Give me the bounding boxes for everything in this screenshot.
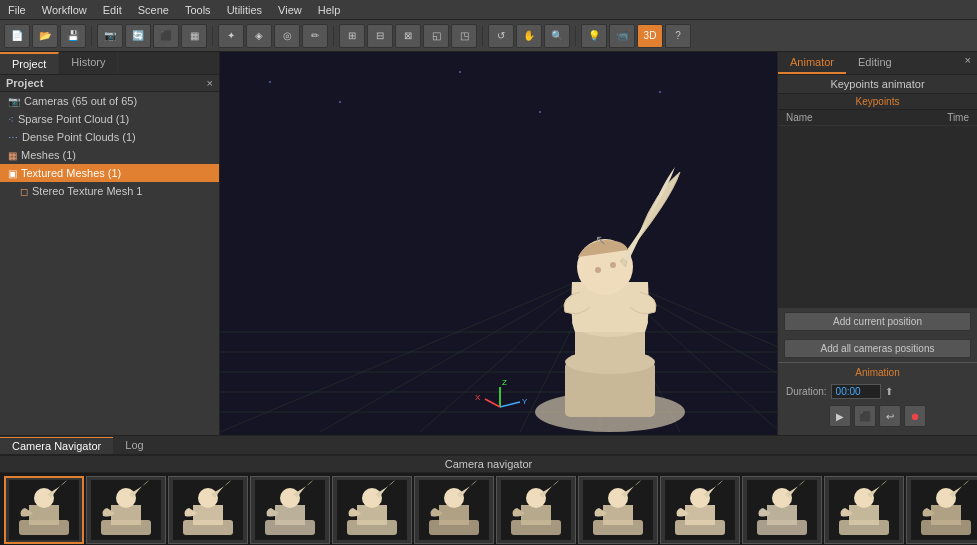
toolbar-sep1 bbox=[91, 26, 92, 46]
meshes-label: Meshes (1) bbox=[21, 149, 76, 161]
toolbar-view5[interactable]: ◳ bbox=[451, 24, 477, 48]
toolbar-zoom[interactable]: 🔍 bbox=[544, 24, 570, 48]
toolbar-target[interactable]: ◎ bbox=[274, 24, 300, 48]
tree-item-stereo[interactable]: ◻ Stereo Texture Mesh 1 bbox=[0, 182, 219, 200]
dense-label: Dense Point Clouds (1) bbox=[22, 131, 136, 143]
prev-button[interactable]: ↩ bbox=[879, 405, 901, 427]
toolbar-view4[interactable]: ◱ bbox=[423, 24, 449, 48]
rtab-animator[interactable]: Animator bbox=[778, 52, 846, 74]
panel-tabs: Project History bbox=[0, 52, 219, 75]
tree-item-dense[interactable]: ⋯ Dense Point Clouds (1) bbox=[0, 128, 219, 146]
duration-label: Duration: bbox=[786, 386, 827, 397]
tree-item-sparse[interactable]: ⁖ Sparse Point Cloud (1) bbox=[0, 110, 219, 128]
add-all-cameras-btn[interactable]: Add all cameras positions bbox=[784, 339, 971, 358]
tab-project[interactable]: Project bbox=[0, 52, 59, 74]
cam-nav-title: Camera navigator bbox=[0, 456, 977, 473]
menu-utilities[interactable]: Utilities bbox=[219, 4, 270, 16]
toolbar-save[interactable]: 💾 bbox=[60, 24, 86, 48]
cam-thumb-6[interactable] bbox=[496, 476, 576, 544]
tree-item-meshes[interactable]: ▦ Meshes (1) bbox=[0, 146, 219, 164]
btab-camera-navigator[interactable]: Camera Navigator bbox=[0, 437, 113, 454]
toolbar-align[interactable]: 🔄 bbox=[125, 24, 151, 48]
duration-input[interactable] bbox=[831, 384, 881, 399]
toolbar-view3[interactable]: ⊠ bbox=[395, 24, 421, 48]
toolbar-mesh[interactable]: ▦ bbox=[181, 24, 207, 48]
cam-thumb-11[interactable] bbox=[906, 476, 977, 544]
stop-button[interactable]: ⬛ bbox=[854, 405, 876, 427]
toolbar-sep3 bbox=[333, 26, 334, 46]
cam-thumb-9[interactable] bbox=[742, 476, 822, 544]
toolbar-photo[interactable]: 📷 bbox=[97, 24, 123, 48]
cam-thumb-3[interactable] bbox=[250, 476, 330, 544]
tree-item-textured[interactable]: ▣ Textured Meshes (1) bbox=[0, 164, 219, 182]
tab-history[interactable]: History bbox=[59, 52, 118, 74]
cam-thumb-8[interactable] bbox=[660, 476, 740, 544]
toolbar-3d[interactable]: 3D bbox=[637, 24, 663, 48]
cam-thumb-7[interactable] bbox=[578, 476, 658, 544]
camera-icon: 📷 bbox=[8, 96, 20, 107]
toolbar-view1[interactable]: ⊞ bbox=[339, 24, 365, 48]
tree-item-cameras[interactable]: 📷 Cameras (65 out of 65) bbox=[0, 92, 219, 110]
panel-close-btn[interactable]: × bbox=[207, 77, 213, 89]
svg-point-16 bbox=[269, 81, 271, 83]
menu-file[interactable]: File bbox=[0, 4, 34, 16]
toolbar-wand[interactable]: ✦ bbox=[218, 24, 244, 48]
toolbar-dense[interactable]: ⬛ bbox=[153, 24, 179, 48]
toolbar-open[interactable]: 📂 bbox=[32, 24, 58, 48]
keypoints-label: Keypoints bbox=[786, 96, 969, 107]
cam-thumb-2[interactable] bbox=[168, 476, 248, 544]
cam-nav-strip bbox=[0, 473, 977, 545]
toolbar-new[interactable]: 📄 bbox=[4, 24, 30, 48]
left-panel: Project History Project × 📷 Cameras (65 … bbox=[0, 52, 220, 435]
toolbar: 📄 📂 💾 📷 🔄 ⬛ ▦ ✦ ◈ ◎ ✏ ⊞ ⊟ ⊠ ◱ ◳ ↺ ✋ 🔍 💡 … bbox=[0, 20, 977, 52]
sparse-icon: ⁖ bbox=[8, 114, 14, 125]
angel-sculpture bbox=[510, 102, 710, 432]
menu-scene[interactable]: Scene bbox=[130, 4, 177, 16]
cam-thumb-1[interactable] bbox=[86, 476, 166, 544]
btab-log[interactable]: Log bbox=[113, 437, 155, 453]
right-panel: Animator Editing × Keypoints animator Ke… bbox=[777, 52, 977, 435]
svg-point-22 bbox=[659, 91, 661, 93]
toolbar-sep4 bbox=[482, 26, 483, 46]
cam-thumb-5[interactable] bbox=[414, 476, 494, 544]
toolbar-info[interactable]: ? bbox=[665, 24, 691, 48]
bottom-tabs: Camera Navigator Log bbox=[0, 435, 977, 455]
toolbar-light[interactable]: 💡 bbox=[581, 24, 607, 48]
mesh-icon: ▦ bbox=[8, 150, 17, 161]
rtab-editing[interactable]: Editing bbox=[846, 52, 904, 74]
duration-step-icon[interactable]: ⬆ bbox=[885, 386, 893, 397]
right-panel-close[interactable]: × bbox=[959, 52, 977, 74]
viewport[interactable]: Y Z X bbox=[220, 52, 777, 435]
toolbar-marker[interactable]: ◈ bbox=[246, 24, 272, 48]
menu-workflow[interactable]: Workflow bbox=[34, 4, 95, 16]
menu-edit[interactable]: Edit bbox=[95, 4, 130, 16]
menubar: File Workflow Edit Scene Tools Utilities… bbox=[0, 0, 977, 20]
toolbar-view2[interactable]: ⊟ bbox=[367, 24, 393, 48]
menu-view[interactable]: View bbox=[270, 4, 310, 16]
toolbar-pencil[interactable]: ✏ bbox=[302, 24, 328, 48]
toolbar-sep5 bbox=[575, 26, 576, 46]
play-button[interactable]: ▶ bbox=[829, 405, 851, 427]
toolbar-pan[interactable]: ✋ bbox=[516, 24, 542, 48]
toolbar-rotate[interactable]: ↺ bbox=[488, 24, 514, 48]
cam-thumb-10[interactable] bbox=[824, 476, 904, 544]
textured-label: Textured Meshes (1) bbox=[21, 167, 121, 179]
cam-thumb-4[interactable] bbox=[332, 476, 412, 544]
panel-title: Project bbox=[6, 77, 43, 89]
right-tabs: Animator Editing × bbox=[778, 52, 977, 75]
record-button[interactable]: ⏺ bbox=[904, 405, 926, 427]
svg-text:X: X bbox=[475, 393, 481, 402]
dense-icon: ⋯ bbox=[8, 132, 18, 143]
menu-help[interactable]: Help bbox=[310, 4, 349, 16]
playback-controls: ▶ ⬛ ↩ ⏺ bbox=[782, 401, 973, 431]
keypoints-section-label: Keypoints bbox=[778, 94, 977, 110]
main-area: Project History Project × 📷 Cameras (65 … bbox=[0, 52, 977, 435]
camera-navigator: Camera navigator bbox=[0, 455, 977, 545]
cam-thumb-0[interactable] bbox=[4, 476, 84, 544]
add-current-position-btn[interactable]: Add current position bbox=[784, 312, 971, 331]
toolbar-cam[interactable]: 📹 bbox=[609, 24, 635, 48]
stereo-icon: ◻ bbox=[20, 186, 28, 197]
sparse-label: Sparse Point Cloud (1) bbox=[18, 113, 129, 125]
menu-tools[interactable]: Tools bbox=[177, 4, 219, 16]
svg-point-35 bbox=[595, 267, 601, 273]
